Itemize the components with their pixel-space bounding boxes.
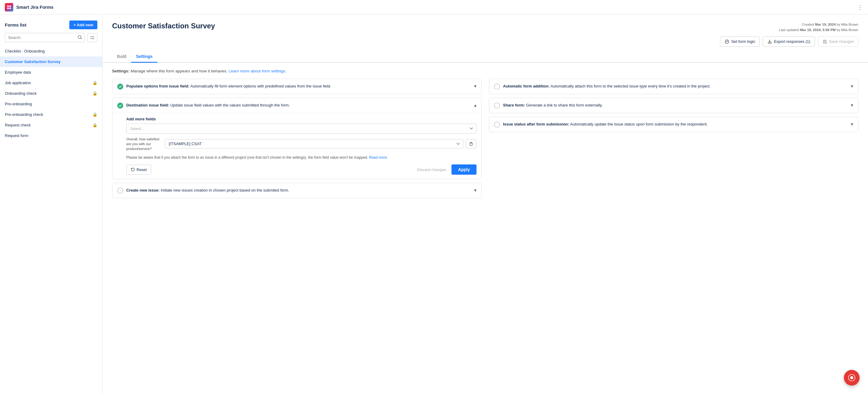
svg-rect-12 [470,143,472,145]
setting-card-create-new-issue: Create new issue: Initiate new issues cr… [112,183,482,198]
setting-card-issue-status-after-submission-header[interactable]: Issue status after form submission: Auto… [489,117,858,132]
chevron-down-icon: ▾ [472,83,476,89]
tabs: Build Settings [102,47,868,63]
reset-button[interactable]: Reset [126,165,151,175]
setting-card-create-new-issue-header[interactable]: Create new issue: Initiate new issues cr… [113,183,481,198]
app-icon [5,3,13,11]
reset-label: Reset [136,167,147,172]
lock-icon: 🔒 [93,91,97,96]
sidebar-header: Forms list + Add new [0,15,102,33]
search-icon[interactable] [78,35,82,40]
setting-card-share-form-header[interactable]: Share form: Generate a link to share thi… [489,98,858,113]
chevron-down-icon: ▾ [848,121,853,127]
svg-rect-1 [9,5,11,7]
search-input[interactable] [5,33,85,42]
sidebar-item-customer-satisfaction-survey[interactable]: Customer Satisfaction Survey [0,56,102,67]
discard-changes-button[interactable]: Discard changes [414,165,448,174]
fab-button[interactable] [844,370,860,386]
sidebar-item-label: Request form [5,133,28,138]
main-header: Customer Satisfaction Survey Created Mar… [102,15,868,33]
chevron-down-icon: ▾ [472,187,476,193]
chevron-down-icon: ▾ [848,83,853,89]
export-responses-button[interactable]: Export responses (1) [763,36,815,47]
sidebar-item-label: Checklist - Onboarding [5,49,44,53]
svg-line-5 [81,38,82,39]
sidebar-item-label: Pre-onboarding check [5,112,43,117]
sidebar-item-label: Job application [5,81,31,85]
setting-card-populate-options-header[interactable]: Populate options from issue field: Autom… [113,79,481,94]
sidebar-item-label: Employee data [5,70,31,75]
right-actions: Discard changes Apply [414,164,476,175]
setting-card-automatic-form-addition-header[interactable]: Automatic form addition: Automatically a… [489,79,858,94]
sidebar-item-label: Onboarding check [5,91,37,96]
sidebar-item-request-check[interactable]: Request check 🔒 [0,120,102,130]
enabled-icon [117,84,123,90]
created-meta: Created Mar 19, 2024 by Mila Brown [779,22,858,27]
setting-card-automatic-form-addition: Automatic form addition: Automatically a… [489,79,858,94]
search-row [0,33,102,46]
learn-more-link[interactable]: Learn more about form settings. [228,69,286,73]
read-more-link[interactable]: Read more. [369,156,388,160]
lock-icon: 🔒 [93,112,97,117]
settings-left-column: Populate options from issue field: Autom… [112,79,482,198]
setting-card-destination-issue-field: Destination issue field: Update issue fi… [112,98,482,179]
sort-button[interactable] [87,33,97,42]
svg-rect-2 [7,7,9,9]
topbar: Smart Jira Forms ⋮ [0,0,868,15]
tab-build[interactable]: Build [112,52,131,63]
toolbar: Set form logic Export responses (1) Save… [102,33,868,47]
setting-card-issue-status-after-submission: Issue status after form submission: Auto… [489,117,858,132]
svg-rect-0 [7,5,9,7]
sidebar-item-request-form[interactable]: Request form [0,130,102,141]
save-changes-label: Save changes [829,39,854,44]
svg-rect-3 [9,7,11,9]
field-label: Overall, how satisfied are you with our … [126,137,162,151]
disabled-icon [494,121,500,128]
sidebar-item-pre-onboarding-check[interactable]: Pre-onboarding check 🔒 [0,109,102,120]
add-new-button[interactable]: + Add new [69,21,97,29]
settings-right-column: Automatic form addition: Automatically a… [489,79,858,198]
disabled-icon [117,188,123,194]
topbar-more-button[interactable]: ⋮ [857,4,863,11]
add-more-label: Add more fields [126,113,476,121]
settings-content: Settings: Manage where this form appears… [102,63,868,394]
save-changes-button[interactable]: Save changes [818,36,858,47]
sidebar-item-job-application[interactable]: Job application 🔒 [0,78,102,88]
sidebar-item-checklist-onboarding[interactable]: Checklist - Onboarding [0,46,102,56]
layout: Forms list + Add new Checklist - Onboard… [0,15,868,394]
more-icon: ⋮ [857,4,863,10]
set-form-logic-button[interactable]: Set form logic [720,36,760,47]
setting-card-populate-options: Populate options from issue field: Autom… [112,79,482,94]
delete-field-button[interactable] [466,139,476,148]
export-responses-label: Export responses (1) [774,39,810,44]
lock-icon: 🔒 [93,123,97,127]
set-form-logic-label: Set form logic [731,39,755,44]
topbar-left: Smart Jira Forms [5,3,53,11]
sidebar-item-label: Customer Satisfaction Survey [5,59,61,64]
sidebar-item-onboarding-check[interactable]: Onboarding check 🔒 [0,88,102,98]
settings-columns: Populate options from issue field: Autom… [112,79,858,198]
app-name: Smart Jira Forms [16,4,53,10]
settings-description: Settings: Manage where this form appears… [112,69,858,73]
apply-button[interactable]: Apply [452,164,476,175]
sidebar-item-pre-onboarding[interactable]: Pre-onboarding [0,98,102,109]
sidebar-title: Forms list [5,22,27,27]
enabled-icon [117,103,123,109]
main-content: Customer Satisfaction Survey Created Mar… [102,15,868,394]
search-input-wrap [5,33,85,42]
svg-rect-10 [824,42,826,43]
tab-settings[interactable]: Settings [131,52,157,63]
setting-card-destination-issue-field-header[interactable]: Destination issue field: Update issue fi… [113,98,481,113]
add-more-fields-select[interactable]: Select... [126,124,476,134]
setting-card-share-form: Share form: Generate a link to share thi… [489,98,858,113]
updated-meta: Last updated Mar 19, 2024, 5:56 PM by Mi… [779,27,858,33]
field-row: Overall, how satisfied are you with our … [126,137,476,151]
svg-rect-11 [824,40,826,41]
field-value-select[interactable]: [ITSAMPLE] CSAT [165,139,463,148]
svg-point-14 [850,376,853,379]
chevron-up-icon: ▴ [472,102,476,108]
sidebar-item-employee-data[interactable]: Employee data [0,67,102,78]
sidebar-list: Checklist - Onboarding Customer Satisfac… [0,46,102,394]
action-row: Reset Discard changes Apply [126,164,476,175]
disabled-icon [494,103,500,109]
